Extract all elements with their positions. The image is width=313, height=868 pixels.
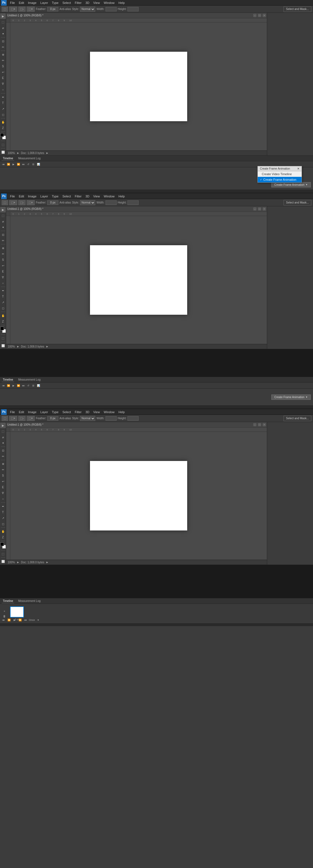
select-mask-btn-1[interactable]: Select and Mask...: [284, 6, 311, 12]
tool-history-1[interactable]: ↩: [0, 69, 6, 75]
width-input-1[interactable]: [106, 7, 117, 11]
tool-hand-1[interactable]: ✋: [0, 119, 6, 125]
tool-text-2[interactable]: T: [0, 293, 6, 299]
timeline-tab-1[interactable]: Timeline: [2, 156, 14, 161]
tool-brush-2[interactable]: ✏: [0, 251, 6, 257]
measurement-tab-1[interactable]: Measurement Log: [17, 156, 42, 160]
tl-first-3[interactable]: ⏮: [1, 618, 6, 622]
menu-3d-3[interactable]: 3D: [84, 410, 91, 414]
tool-eyedrop-2[interactable]: ✏: [0, 238, 6, 243]
win-maximize-3[interactable]: □: [258, 423, 261, 426]
tool-move-3[interactable]: ▶: [0, 423, 6, 428]
status-arrow-2[interactable]: ▶: [17, 345, 19, 348]
status-arrow-3[interactable]: ▶: [17, 561, 19, 564]
feather-input-2[interactable]: [47, 200, 58, 205]
tl-next-3[interactable]: ⏩: [18, 618, 22, 622]
tool-shape-3[interactable]: ◻: [0, 521, 6, 527]
width-input-2[interactable]: [106, 200, 117, 205]
timeline-scrollbar-2[interactable]: [0, 405, 313, 408]
tool-lasso-1[interactable]: ⌀: [0, 25, 6, 31]
menu-type-1[interactable]: Type: [50, 1, 60, 5]
tool-path-3[interactable]: ↗: [0, 515, 6, 521]
menu-type-2[interactable]: Type: [50, 194, 60, 198]
feather-input-3[interactable]: [47, 416, 58, 421]
color-swatches-1[interactable]: [0, 133, 6, 139]
tool-clone-3[interactable]: S: [0, 473, 6, 478]
tool-crop-2[interactable]: ⊡: [0, 232, 6, 238]
menu-help-2[interactable]: Help: [117, 194, 127, 198]
select-mask-btn-2[interactable]: Select and Mask...: [284, 200, 311, 206]
menu-window-2[interactable]: Window: [102, 194, 116, 198]
tl-prev-1[interactable]: ⏪: [6, 162, 10, 166]
tl-loop-1[interactable]: ↺: [26, 162, 31, 166]
tool-zoom-2[interactable]: Z: [0, 319, 6, 324]
menu-select-3[interactable]: Select: [61, 410, 73, 414]
tool-heal-1[interactable]: ⊕: [0, 52, 6, 57]
timeline-scrollbar-3[interactable]: [0, 623, 313, 626]
color-swatches-2[interactable]: [0, 327, 6, 333]
tool-hand-3[interactable]: ✋: [0, 529, 6, 534]
tool-text-1[interactable]: T: [0, 100, 6, 106]
options-add-btn-2[interactable]: ⬚+: [9, 200, 17, 205]
menu-3d-1[interactable]: 3D: [84, 1, 91, 5]
tool-history-3[interactable]: ↩: [0, 478, 6, 484]
tl-last-2[interactable]: ⏭: [21, 383, 26, 388]
menu-filter-2[interactable]: Filter: [73, 194, 83, 198]
menu-filter-1[interactable]: Filter: [73, 1, 83, 5]
height-input-2[interactable]: [128, 200, 139, 205]
options-sub-btn-3[interactable]: ⬚-: [18, 416, 26, 421]
tool-clone-1[interactable]: S: [0, 63, 6, 69]
menu-window-1[interactable]: Window: [102, 1, 116, 5]
dropdown-item-video-1[interactable]: Create Video Timeline: [258, 171, 302, 177]
tl-extra1-2[interactable]: ⊞: [31, 383, 36, 388]
tool-gradient-2[interactable]: ∇: [0, 274, 6, 280]
tool-mask-3[interactable]: ⬚: [0, 551, 6, 557]
tool-crop-1[interactable]: ⊡: [0, 38, 6, 44]
menu-image-1[interactable]: Image: [26, 1, 38, 5]
create-frame-btn-2[interactable]: Create Frame Animation ▼: [271, 395, 311, 400]
tl-last-3[interactable]: ⏭: [23, 618, 28, 622]
tl-extra2-2[interactable]: 📊: [36, 383, 40, 388]
create-frame-btn-1[interactable]: Create Frame Animation ▼: [271, 182, 311, 187]
tl-prev-3[interactable]: ⏪: [7, 618, 11, 622]
tool-eraser-1[interactable]: E: [0, 75, 6, 81]
tool-crop-3[interactable]: ⊡: [0, 447, 6, 453]
menu-file-2[interactable]: File: [8, 194, 17, 198]
tl-play-2[interactable]: ▶: [11, 383, 15, 388]
menu-3d-2[interactable]: 3D: [84, 194, 91, 198]
status-arrow2-1[interactable]: ▶: [46, 152, 48, 154]
tool-text-3[interactable]: T: [0, 509, 6, 515]
tool-heal-3[interactable]: ⊕: [0, 461, 6, 467]
menu-file-3[interactable]: File: [8, 410, 17, 414]
tl-add-frame-3[interactable]: +: [2, 609, 7, 613]
height-input-3[interactable]: [128, 416, 139, 421]
tool-pen-1[interactable]: ✒: [0, 94, 6, 100]
menu-layer-2[interactable]: Layer: [39, 194, 50, 198]
menu-image-3[interactable]: Image: [26, 410, 38, 414]
menu-window-3[interactable]: Window: [102, 410, 116, 414]
status-arrow2-2[interactable]: ▶: [46, 345, 48, 348]
options-intersect-btn-2[interactable]: ⬚×: [27, 200, 35, 205]
tl-extra1-1[interactable]: ⊞: [31, 162, 36, 166]
options-sub-btn-2[interactable]: ⬚-: [18, 200, 26, 205]
tl-play-1[interactable]: ▶: [11, 162, 15, 166]
options-add-btn-3[interactable]: ⬚+: [9, 416, 17, 421]
menu-view-2[interactable]: View: [92, 194, 102, 198]
tool-shape-1[interactable]: ◻: [0, 112, 6, 117]
height-input-1[interactable]: [128, 7, 139, 11]
tool-magic-3[interactable]: ✦: [0, 440, 6, 446]
tool-screen-3[interactable]: ⬜: [0, 559, 6, 564]
menu-help-3[interactable]: Help: [117, 410, 127, 414]
win-close-1[interactable]: ×: [263, 14, 266, 17]
tool-heal-2[interactable]: ⊕: [0, 245, 6, 251]
tool-lasso-2[interactable]: ⌀: [0, 219, 6, 224]
tool-move-1[interactable]: ▶: [0, 13, 6, 19]
tool-zoom-1[interactable]: Z: [0, 125, 6, 131]
tool-move-2[interactable]: ▶: [0, 207, 6, 212]
menu-type-3[interactable]: Type: [50, 410, 60, 414]
tool-select-1[interactable]: ⬚: [0, 19, 6, 25]
tl-extra2-1[interactable]: 📊: [36, 162, 40, 166]
style-select-2[interactable]: Normal: [80, 200, 95, 205]
tl-loop-2[interactable]: ↺: [26, 383, 31, 388]
tool-select-2[interactable]: ⬚: [0, 213, 6, 218]
